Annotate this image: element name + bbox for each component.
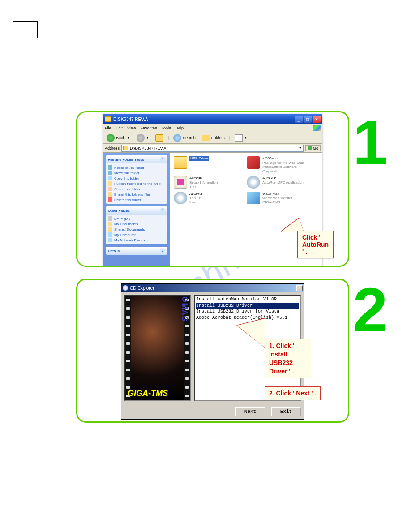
place-drive[interactable]: DATA (D:) <box>108 216 165 221</box>
views-button[interactable]: ▼ <box>233 133 249 142</box>
address-field[interactable]: D:\DISK5347 REV.A ▼ <box>121 145 304 152</box>
place-shared[interactable]: Shared Documents <box>108 227 165 232</box>
folders-button[interactable]: Folders <box>200 134 227 142</box>
callout-click-next: 2. Click ' Next ' . <box>265 386 321 400</box>
step-number-2: 2 <box>353 279 388 341</box>
brand-bottom: GIGA-TMS <box>128 389 168 398</box>
menu-tools[interactable]: Tools <box>161 126 171 130</box>
page-tab <box>13 21 38 38</box>
panel-title: Details <box>108 249 120 253</box>
collapse-icon[interactable]: ⌃ <box>160 157 165 162</box>
toolbar: Back▼ ▼ | Search Folders | ▼ <box>103 132 322 144</box>
task-email[interactable]: E-mail this folder's files <box>108 192 165 197</box>
search-button[interactable]: Search <box>171 133 197 143</box>
menu-view[interactable]: View <box>127 126 136 130</box>
task-delete[interactable]: Delete this folder <box>108 197 165 202</box>
task-publish[interactable]: Publish this folder to the Web <box>108 181 165 186</box>
callout-install-driver: 1. Click ' Install USB232 Driver ' . <box>265 339 311 378</box>
file-item-autorun-ico[interactable]: AutoRun16 x 16Icon <box>174 192 239 205</box>
sidebar: File and Folder Tasks⌃ Rename this folde… <box>103 153 170 266</box>
views-icon <box>235 134 243 142</box>
next-button[interactable]: Next <box>235 407 265 416</box>
task-copy[interactable]: Copy this folder <box>108 176 165 181</box>
expand-icon[interactable]: ⌄ <box>160 248 165 253</box>
xp-titlebar: DISK5347 REV.A _ □ × <box>103 114 322 124</box>
up-button[interactable] <box>154 133 165 142</box>
maximize-button[interactable]: □ <box>304 116 312 123</box>
panel-title: File and Folder Tasks <box>108 158 144 162</box>
back-button[interactable]: Back▼ <box>105 133 132 143</box>
place-mydocs[interactable]: My Documents <box>108 221 165 227</box>
go-button[interactable]: Go <box>305 145 321 151</box>
list-item[interactable]: Install USB232 Driver for Vista <box>196 309 299 315</box>
step-number-1: 1 <box>353 111 388 174</box>
inf-file-icon <box>174 176 187 189</box>
callout-tail <box>281 218 304 232</box>
task-share[interactable]: Share this folder <box>108 186 165 192</box>
file-item-folder[interactable]: USB Driver <box>174 156 239 173</box>
menu-favorites[interactable]: Favorites <box>140 126 157 130</box>
list-item[interactable]: Install WatchMan Monitor V1.0R1 <box>196 296 299 303</box>
windows-logo-icon <box>313 125 321 131</box>
other-places-panel: Other Places⌃ DATA (D:) My Documents Sha… <box>106 206 167 244</box>
file-item-autorun-inf[interactable]: AutorunSetup Information1 KB <box>174 176 239 189</box>
page-top-rule <box>13 38 398 38</box>
task-rename[interactable]: Rename this folder <box>108 165 165 170</box>
folder-icon <box>123 146 128 150</box>
window-title: DISK5347 REV.A <box>113 117 148 122</box>
list-item-selected[interactable]: Install USB232 Driver <box>196 303 299 309</box>
xp-explorer-window: DISK5347 REV.A _ □ × File Edit View Favo… <box>103 114 322 266</box>
up-folder-icon <box>155 134 163 142</box>
address-label: Address <box>105 146 120 150</box>
go-icon <box>308 146 312 150</box>
search-icon <box>173 134 181 142</box>
cd-icon-file-icon <box>174 192 187 204</box>
details-panel: Details⌄ <box>106 247 167 255</box>
folder-icon <box>174 156 187 169</box>
menu-help[interactable]: Help <box>175 126 184 130</box>
page-bottom-rule <box>13 496 398 496</box>
file-item-ar500enu[interactable]: ar500enuPackage for the Web StubInstallS… <box>247 156 312 173</box>
brand-vertical: ROMAG <box>180 295 188 322</box>
folders-icon <box>202 135 210 141</box>
cd-titlebar: CD Explorer × <box>121 284 304 292</box>
file-list-pane: USB Driver ar500enuPackage for the Web S… <box>170 153 322 266</box>
task-move[interactable]: Move this folder <box>108 170 165 176</box>
watchman-icon <box>247 192 260 204</box>
cd-app-icon <box>247 176 260 189</box>
screenshot-panel-1: DISK5347 REV.A _ □ × File Edit View Favo… <box>76 111 349 267</box>
menu-file[interactable]: File <box>105 126 111 130</box>
callout-tail <box>237 318 265 348</box>
file-folder-tasks-panel: File and Folder Tasks⌃ Rename this folde… <box>106 155 167 204</box>
address-value: D:\DISK5347 REV.A <box>130 146 166 150</box>
cd-artwork: ROMAG GIGA-TMS <box>124 295 191 401</box>
callout-click-autorun: Click ' AutoRun ' . <box>297 231 334 258</box>
place-network[interactable]: My Network Places <box>108 237 165 243</box>
file-item-autorun-app[interactable]: AutoRunAutoRun MFC Application <box>247 176 312 189</box>
address-bar: Address D:\DISK5347 REV.A ▼ Go <box>103 144 322 153</box>
installer-icon <box>247 156 260 169</box>
minimize-button[interactable]: _ <box>295 116 303 123</box>
forward-icon <box>137 134 145 142</box>
forward-button[interactable]: ▼ <box>135 133 151 143</box>
cd-icon <box>123 285 128 291</box>
exit-button[interactable]: Exit <box>271 407 301 416</box>
back-icon <box>107 134 115 142</box>
collapse-icon[interactable]: ⌃ <box>160 208 165 213</box>
file-item-watchman[interactable]: WatchManWatchMan MonitorGIGA-TMS <box>247 192 312 205</box>
close-button[interactable]: × <box>296 285 303 291</box>
menu-edit[interactable]: Edit <box>116 126 123 130</box>
cd-window-title: CD Explorer <box>130 286 154 291</box>
screenshot-panel-2: CD Explorer × ROMAG GIGA-TMS Install Wat… <box>76 279 349 423</box>
folder-icon <box>105 116 111 122</box>
panel-title: Other Places <box>108 209 130 213</box>
close-button[interactable]: × <box>313 116 321 123</box>
place-mycomp[interactable]: My Computer <box>108 232 165 237</box>
menubar: File Edit View Favorites Tools Help <box>103 124 322 132</box>
